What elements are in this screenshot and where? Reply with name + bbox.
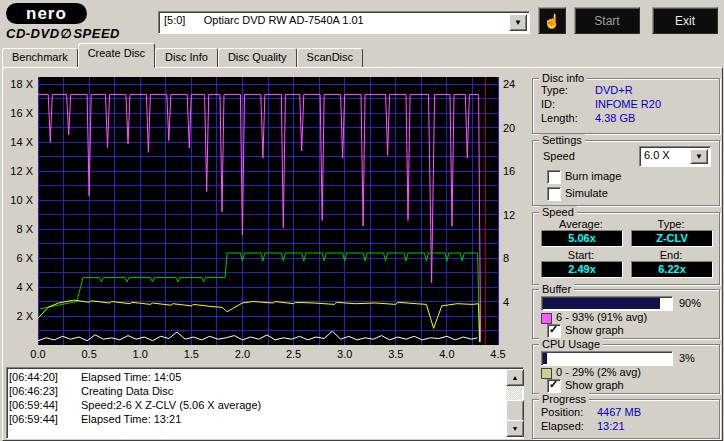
- scroll-down-icon[interactable]: ▼: [506, 420, 524, 437]
- svg-text:12: 12: [503, 209, 515, 221]
- start-button-label: Start: [594, 14, 619, 28]
- cpu-show-graph-checkbox[interactable]: [547, 379, 561, 393]
- svg-text:1.5: 1.5: [184, 348, 199, 360]
- svg-text:12 X: 12 X: [10, 165, 33, 177]
- svg-text:2.5: 2.5: [286, 348, 301, 360]
- svg-text:10 X: 10 X: [10, 194, 33, 206]
- svg-text:3.5: 3.5: [388, 348, 403, 360]
- chevron-down-icon[interactable]: ▼: [690, 149, 708, 164]
- chevron-down-icon[interactable]: ▼: [509, 14, 527, 31]
- settings-title: Settings: [539, 134, 585, 147]
- simulate-label: Simulate: [565, 187, 608, 199]
- log-text: Creating Data Disc: [81, 384, 173, 398]
- svg-text:4 X: 4 X: [16, 281, 33, 293]
- cpu-usage-group: CPU Usage 3% 0 - 29% (2% avg) Show graph: [532, 344, 720, 394]
- svg-text:0.5: 0.5: [81, 348, 96, 360]
- buffer-progress-bar: [541, 296, 673, 311]
- scrollbar-thumb[interactable]: [506, 400, 524, 422]
- buffer-show-graph-checkbox[interactable]: [547, 324, 561, 338]
- svg-text:1.0: 1.0: [133, 348, 148, 360]
- log-timestamp: [06:59:44]: [9, 398, 81, 412]
- svg-text:4: 4: [503, 296, 509, 308]
- exit-button[interactable]: Exit: [652, 7, 718, 34]
- buffer-show-graph-label: Show graph: [565, 324, 624, 336]
- tab-bar: Benchmark Create Disc Disc Info Disc Qua…: [2, 47, 363, 68]
- app-logo-subtitle: CD-DVD∅SPEED: [6, 26, 120, 41]
- log-line: [06:59:44]Speed:2-6 X Z-CLV (5.06 X aver…: [9, 398, 505, 412]
- svg-text:6 X: 6 X: [16, 252, 33, 264]
- status-log-list[interactable]: [06:44:20]Elapsed Time: 14:05 [06:46:23]…: [6, 367, 524, 439]
- cpu-show-graph-label: Show graph: [565, 379, 624, 391]
- settings-group: Settings Speed 6.0 X ▼ Burn image Simula…: [532, 140, 720, 206]
- log-line: [06:44:20]Elapsed Time: 14:05: [9, 370, 505, 384]
- svg-text:18 X: 18 X: [10, 78, 33, 90]
- speed-end-label: End:: [631, 249, 711, 261]
- log-line: [06:46:23]Creating Data Disc: [9, 384, 505, 398]
- buffer-percent-value: 90%: [679, 297, 701, 309]
- svg-text:3.0: 3.0: [337, 348, 352, 360]
- speed-average-value: 5.06x: [541, 230, 623, 247]
- speed-group: Speed Average: Type: 5.06x Z-CLV Start: …: [532, 212, 720, 285]
- tab-scandisc[interactable]: ScanDisc: [297, 48, 363, 68]
- log-line: [06:59:44]Elapsed Time: 13:21: [9, 412, 505, 426]
- scroll-up-icon[interactable]: ▲: [506, 369, 524, 386]
- log-timestamp: [06:46:23]: [9, 384, 81, 398]
- buffer-progress-fill: [543, 298, 660, 309]
- svg-text:8: 8: [503, 252, 509, 264]
- disc-info-group: Disc info Type: DVD+R ID: INFOME R20 Len…: [532, 78, 720, 134]
- disc-id-label: ID:: [541, 98, 555, 110]
- tab-create-disc[interactable]: Create Disc: [78, 43, 155, 68]
- nero-cd-dvd-speed-window: nero CD-DVD∅SPEED [5:0] Optiarc DVD RW A…: [0, 0, 724, 441]
- progress-group: Progress Position: 4467 MB Elapsed: 13:2…: [532, 399, 720, 439]
- cpu-range-text: 0 - 29% (2% avg): [556, 366, 641, 378]
- disc-slash-icon: ∅: [60, 26, 74, 41]
- burn-image-label: Burn image: [565, 170, 621, 182]
- speed-type-label: Type:: [631, 218, 711, 230]
- log-timestamp: [06:44:20]: [9, 370, 81, 384]
- svg-text:0.0: 0.0: [30, 348, 45, 360]
- burn-image-checkbox[interactable]: [547, 170, 561, 184]
- progress-elapsed-label: Elapsed:: [541, 420, 584, 432]
- simulate-checkbox[interactable]: [547, 187, 561, 201]
- tab-disc-info[interactable]: Disc Info: [155, 48, 218, 68]
- svg-text:20: 20: [503, 122, 515, 134]
- progress-position-value: 4467 MB: [597, 406, 641, 418]
- progress-title: Progress: [539, 393, 589, 406]
- disc-length-value: 4.38 GB: [595, 112, 635, 124]
- tab-disc-quality[interactable]: Disc Quality: [218, 48, 297, 68]
- svg-text:4.5: 4.5: [490, 348, 505, 360]
- hand-pointer-icon: ☝: [543, 13, 560, 29]
- nero-logo: nero: [6, 3, 87, 24]
- buffer-group-title: Buffer: [539, 283, 574, 296]
- logo-speed-text: SPEED: [73, 26, 120, 41]
- speed-setting-label: Speed: [543, 150, 575, 162]
- select-drive-button[interactable]: ☝: [538, 7, 566, 34]
- cpu-progress-bar: [541, 351, 673, 366]
- svg-text:8 X: 8 X: [16, 223, 33, 235]
- cpu-percent-value: 3%: [679, 352, 695, 364]
- svg-text:2 X: 2 X: [16, 310, 33, 322]
- speed-select-value: 6.0 X: [644, 149, 670, 161]
- speed-start-value: 2.49x: [541, 261, 623, 278]
- svg-text:4.0: 4.0: [439, 348, 454, 360]
- disc-length-label: Length:: [541, 112, 578, 124]
- logo-cddvd-text: CD-DVD: [6, 26, 60, 41]
- speed-select[interactable]: 6.0 X ▼: [639, 146, 711, 167]
- drive-selector[interactable]: [5:0] Optiarc DVD RW AD-7540A 1.01 ▼: [158, 11, 530, 34]
- start-button[interactable]: Start: [574, 7, 640, 34]
- create-disc-chart: 18 X16 X14 X12 X10 X8 X6 X4 X2 X24201612…: [4, 71, 524, 363]
- speed-type-value: Z-CLV: [631, 230, 713, 247]
- svg-text:16: 16: [503, 165, 515, 177]
- log-text: Elapsed Time: 14:05: [81, 370, 181, 384]
- speed-average-label: Average:: [541, 218, 621, 230]
- log-scrollbar[interactable]: ▲ ▼: [506, 369, 522, 437]
- cpu-usage-title: CPU Usage: [539, 338, 603, 351]
- progress-elapsed-value: 13:21: [597, 420, 625, 432]
- drive-selector-value: [5:0] Optiarc DVD RW AD-7540A 1.01: [159, 12, 529, 33]
- exit-button-label: Exit: [675, 14, 695, 28]
- log-text: Elapsed Time: 13:21: [81, 412, 181, 426]
- tab-benchmark[interactable]: Benchmark: [2, 48, 78, 68]
- disc-id-value: INFOME R20: [595, 98, 661, 110]
- svg-text:2.0: 2.0: [235, 348, 250, 360]
- speed-end-value: 6.22x: [631, 261, 713, 278]
